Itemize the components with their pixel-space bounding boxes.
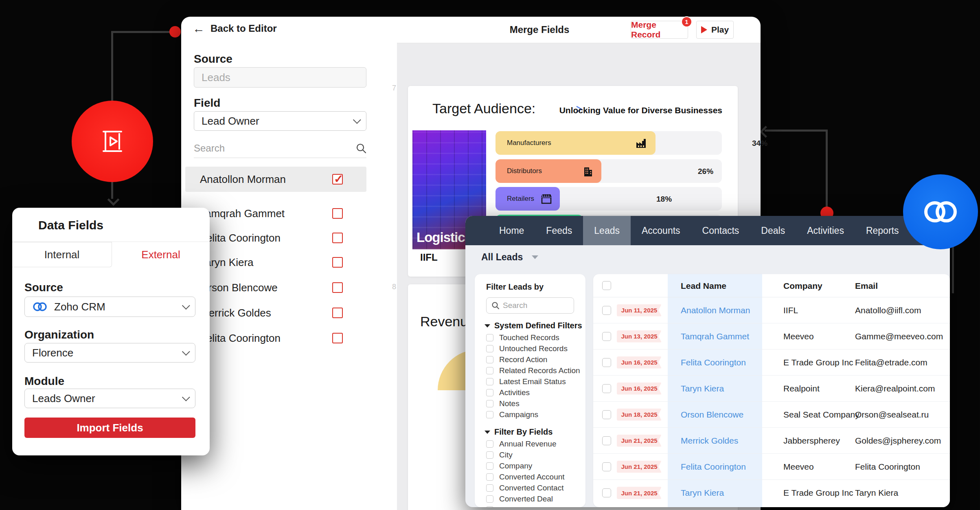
checkbox[interactable] (486, 462, 493, 470)
table-row[interactable]: Jun 18, 2025 Orson Blencowe Seal Seat Co… (593, 402, 950, 428)
person-row[interactable]: Merrick Goldes (185, 301, 366, 325)
filter-section-fields[interactable]: Filter By Fields (485, 427, 585, 437)
select-all-checkbox[interactable] (602, 281, 611, 290)
filter-section-system[interactable]: System Defined Filters (485, 321, 585, 330)
lead-name-link[interactable]: Felita Coorington (681, 462, 746, 472)
filter-search-input[interactable] (503, 301, 560, 310)
person-row[interactable]: Taryn Kiera (185, 251, 366, 274)
chevron-down-icon (485, 324, 490, 328)
zoho-crm-bubble[interactable] (903, 174, 978, 249)
filter-item[interactable]: City (486, 449, 585, 460)
person-row[interactable]: Felita Coorington (185, 326, 366, 350)
checkbox[interactable] (486, 334, 493, 341)
table-row[interactable]: Jun 21, 2025 Merrick Goldes Jabbersphere… (593, 428, 950, 454)
lead-name-link[interactable]: Anatollon Morman (681, 306, 750, 315)
filter-item[interactable]: Company (486, 460, 585, 471)
checkbox[interactable] (486, 440, 493, 448)
person-row[interactable]: Orson Blencowe (185, 276, 366, 299)
video-play-bubble[interactable] (72, 101, 153, 182)
row-checkbox[interactable] (602, 462, 611, 471)
table-row[interactable]: Jun 16, 2025 Taryn Kiera Realpoint Kiera… (593, 376, 950, 402)
person-search-input[interactable] (194, 143, 356, 154)
zoho-crm-logo-icon (32, 301, 48, 312)
checked-checkbox[interactable] (332, 174, 343, 185)
view-selector[interactable]: All Leads (481, 252, 538, 263)
filter-item[interactable]: Activities (486, 387, 585, 398)
filter-item[interactable]: Country (486, 504, 585, 507)
lead-name-link[interactable]: Taryn Kiera (681, 384, 724, 393)
nav-feeds[interactable]: Feeds (535, 216, 583, 245)
page-title: Merge Fields (510, 24, 570, 35)
checkbox[interactable] (486, 506, 493, 508)
organization-select[interactable]: Florence (24, 343, 195, 363)
checkbox[interactable] (486, 495, 493, 503)
filter-item[interactable]: Converted Account (486, 471, 585, 482)
person-row-selected[interactable]: Anatollon Morman (185, 167, 366, 192)
checkbox[interactable] (486, 451, 493, 459)
leads-table: Lead Name Company Email Jun 11, 2025 Ana… (593, 274, 950, 507)
checkbox[interactable] (486, 484, 493, 492)
table-row[interactable]: Jun 21, 2025 Felita Coorington Meeveo Fe… (593, 454, 950, 480)
row-checkbox[interactable] (602, 358, 611, 367)
person-row[interactable]: Tamqrah Gammet (185, 202, 366, 225)
checkbox[interactable] (486, 345, 493, 352)
module-select[interactable]: Leads Owner (24, 389, 195, 408)
unchecked-checkbox[interactable] (332, 257, 343, 268)
row-checkbox[interactable] (602, 332, 611, 341)
filter-item[interactable]: Related Records Action (486, 365, 585, 376)
lead-name-link[interactable]: Taryn Kiera (681, 488, 724, 498)
tab-internal[interactable]: Internal (12, 242, 112, 267)
filter-item[interactable]: Latest Email Status (486, 376, 585, 387)
nav-contacts[interactable]: Contacts (691, 216, 750, 245)
source-input[interactable] (194, 67, 366, 88)
unchecked-checkbox[interactable] (332, 308, 343, 318)
nav-accounts[interactable]: Accounts (631, 216, 691, 245)
checkbox[interactable] (486, 473, 493, 481)
unchecked-checkbox[interactable] (332, 282, 343, 293)
checkbox[interactable] (486, 400, 493, 407)
unchecked-checkbox[interactable] (332, 208, 343, 219)
table-row[interactable]: Jun 21, 2025 Taryn Kiera E Trade Group I… (593, 480, 950, 506)
filter-item[interactable]: Annual Revenue (486, 438, 585, 449)
import-fields-button[interactable]: Import Fields (24, 418, 195, 438)
filter-item[interactable]: Notes (486, 398, 585, 409)
checkbox[interactable] (486, 411, 493, 418)
row-checkbox[interactable] (602, 488, 611, 497)
lead-name-link[interactable]: Orson Blencowe (681, 410, 743, 420)
source-select[interactable]: Zoho CRM (24, 297, 195, 317)
back-to-editor-button[interactable]: ← Back to Editor (193, 22, 277, 35)
nav-leads[interactable]: Leads (583, 216, 631, 245)
lead-name-link[interactable]: Merrick Goldes (681, 436, 738, 446)
tab-external[interactable]: External (112, 242, 210, 267)
nav-deals[interactable]: Deals (750, 216, 796, 245)
checkbox[interactable] (486, 367, 493, 374)
row-checkbox[interactable] (602, 384, 611, 393)
nav-reports[interactable]: Reports (855, 216, 910, 245)
row-checkbox[interactable] (602, 436, 611, 445)
person-row[interactable]: Felita Coorington (185, 226, 366, 250)
unchecked-checkbox[interactable] (332, 333, 343, 343)
checkbox[interactable] (486, 389, 493, 396)
filter-item[interactable]: Converted Contact (486, 482, 585, 493)
merge-record-button[interactable]: Merge Record 1 (631, 21, 688, 39)
table-row[interactable]: Jun 16, 2025 Felita Coorington E Trade G… (593, 350, 950, 376)
row-checkbox[interactable] (602, 410, 611, 419)
table-row[interactable]: Jun 11, 2025 Anatollon Morman IIFL Anato… (593, 297, 950, 323)
nav-home[interactable]: Home (488, 216, 535, 245)
play-button[interactable]: Play (696, 21, 734, 39)
lead-name-link[interactable]: Felita Coorington (681, 358, 746, 367)
nav-activities[interactable]: Activities (796, 216, 855, 245)
checkbox[interactable] (486, 356, 493, 363)
unchecked-checkbox[interactable] (332, 233, 343, 243)
filter-item[interactable]: Converted Deal (486, 493, 585, 504)
filter-item[interactable]: Untouched Records (486, 343, 585, 354)
filter-item[interactable]: Record Action (486, 354, 585, 365)
filter-item[interactable]: Campaigns (486, 409, 585, 420)
row-checkbox[interactable] (602, 306, 611, 315)
field-select[interactable]: Lead Owner (194, 111, 366, 131)
lead-name-link[interactable]: Tamqrah Gammet (681, 332, 749, 341)
filter-item[interactable]: Touched Records (486, 332, 585, 343)
checkbox[interactable] (486, 378, 493, 385)
table-row[interactable]: Jun 13, 2025 Tamqrah Gammet Meeveo Gamme… (593, 323, 950, 350)
chevron-down-icon (182, 301, 190, 310)
